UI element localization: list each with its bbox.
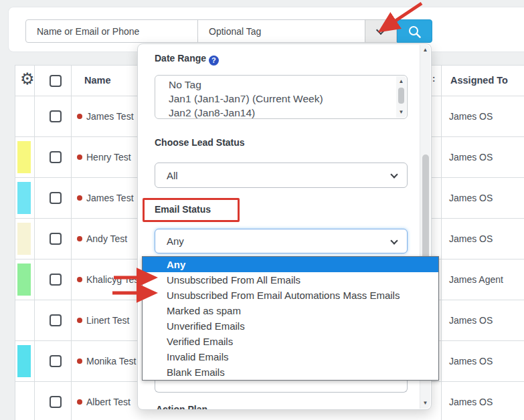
option-unsubscribed-all[interactable]: Unsubscribed From All Emails [143,272,438,288]
row-color-swatch [17,182,31,214]
lead-status-select[interactable]: All [155,163,408,188]
assigned-to-value: James OS [449,382,493,420]
row-checkbox[interactable] [50,355,62,367]
row-color-swatch [17,345,31,377]
email-status-label: Email Status [155,204,211,215]
lead-status-dot-icon [77,358,82,364]
covered-column-header-fragment: : [432,74,435,84]
gear-icon[interactable]: ⚙ [20,71,35,87]
date-range-label: Date Range ? [155,53,219,66]
option-blank-emails[interactable]: Blank Emails [143,364,438,380]
chevron-down-icon [390,237,398,244]
lead-status-dot-icon [77,318,82,323]
scroll-down-icon[interactable]: ▼ [420,400,430,407]
option-any[interactable]: Any [143,257,438,272]
lead-status-dot-icon [77,277,82,282]
row-checkbox[interactable] [50,233,62,245]
chevron-down-icon [376,25,385,35]
lead-status-label: Choose Lead Status [155,137,245,148]
email-status-select[interactable]: Any [155,229,408,253]
option-unsubscribed-automations[interactable]: Unsubscribed From Email Automations Mass… [143,288,438,303]
lead-name-label: Khalicyg Test [86,274,141,285]
lead-name[interactable]: Linert Test [77,300,129,340]
lead-name-label: James Test [86,193,134,203]
table-column-divider [34,66,35,420]
option-verified-emails[interactable]: Verified Emails [143,334,438,349]
assigned-to-value: James Agent [449,259,503,300]
lead-status-dot-icon [77,399,82,405]
clipped-next-field-label: Action Plan [156,404,207,410]
listbox-scrollbar[interactable]: ▲ ▼ [396,76,406,118]
table-column-divider [71,66,72,420]
tag-input[interactable] [197,19,365,43]
lead-name[interactable]: Henry Test [77,137,131,177]
lead-status-value: All [167,170,178,181]
tag-option[interactable]: No Tag [169,78,395,92]
tag-listbox[interactable]: No Tag Jan1 (Jan1-Jan7) (Current Week) J… [155,75,408,119]
lead-name-label: Monika Test [86,356,136,366]
lead-name-label: Albert Test [86,397,130,407]
lead-status-dot-icon [77,195,82,201]
lead-status-dot-icon [77,114,82,119]
search-input[interactable] [25,19,198,43]
lead-name[interactable]: James Test [77,96,134,136]
assigned-to-value: James OS [449,137,493,177]
row-checkbox[interactable] [50,314,62,326]
help-icon[interactable]: ? [209,56,219,66]
assigned-to-value: James OS [449,96,493,136]
lead-name-label: Henry Test [86,152,131,163]
scrollbar-thumb[interactable] [398,88,404,104]
lead-name-label: James Test [86,111,134,122]
row-checkbox[interactable] [50,396,62,408]
row-checkbox[interactable] [50,192,62,204]
lead-name[interactable]: Monika Test [77,341,136,381]
row-color-swatch [17,304,31,336]
option-marked-as-spam[interactable]: Marked as spam [143,303,438,318]
tag-option[interactable]: Jan1 (Jan1-Jan7) (Current Week) [169,92,395,106]
table-column-divider [441,66,442,420]
column-header-assigned-to: Assigned To [450,75,508,86]
row-checkbox[interactable] [50,274,62,286]
scroll-up-icon[interactable]: ▲ [396,78,406,85]
email-status-value: Any [167,235,184,247]
option-invalid-emails[interactable]: Invalid Emails [143,349,438,364]
search-icon [408,25,422,39]
lead-name-label: Linert Test [86,315,129,326]
assigned-to-value: James OS [449,219,493,259]
lead-name[interactable]: Albert Test [77,382,130,420]
lead-name[interactable]: James Test [77,178,134,218]
column-header-name: Name [84,75,111,86]
assigned-to-value: James OS [449,300,493,340]
email-status-option-list: Any Unsubscribed From All Emails Unsubsc… [142,256,439,381]
chevron-down-icon [390,171,398,178]
row-color-swatch [17,100,31,132]
row-color-swatch [17,223,31,255]
row-color-swatch [17,141,31,173]
lead-name[interactable]: Andy Test [77,219,127,259]
scroll-down-icon[interactable]: ▼ [396,109,406,116]
option-unverified-emails[interactable]: Unverified Emails [143,318,438,334]
lead-status-dot-icon [77,236,82,241]
row-checkbox[interactable] [50,110,62,122]
select-all-checkbox[interactable] [50,75,62,87]
lead-status-dot-icon [77,154,82,160]
lead-name[interactable]: Khalicyg Test [77,259,141,300]
row-color-swatch [17,386,31,418]
search-button[interactable] [397,19,432,43]
scroll-up-icon[interactable]: ▲ [420,47,430,54]
filter-dropdown-button[interactable] [365,19,397,43]
row-color-swatch [17,264,31,296]
assigned-to-value: James OS [449,341,493,381]
tag-option[interactable]: Jan2 (Jan8-Jan14) [169,106,395,119]
lead-name-label: Andy Test [86,233,127,244]
row-checkbox[interactable] [50,151,62,163]
assigned-to-value: James OS [449,178,493,218]
